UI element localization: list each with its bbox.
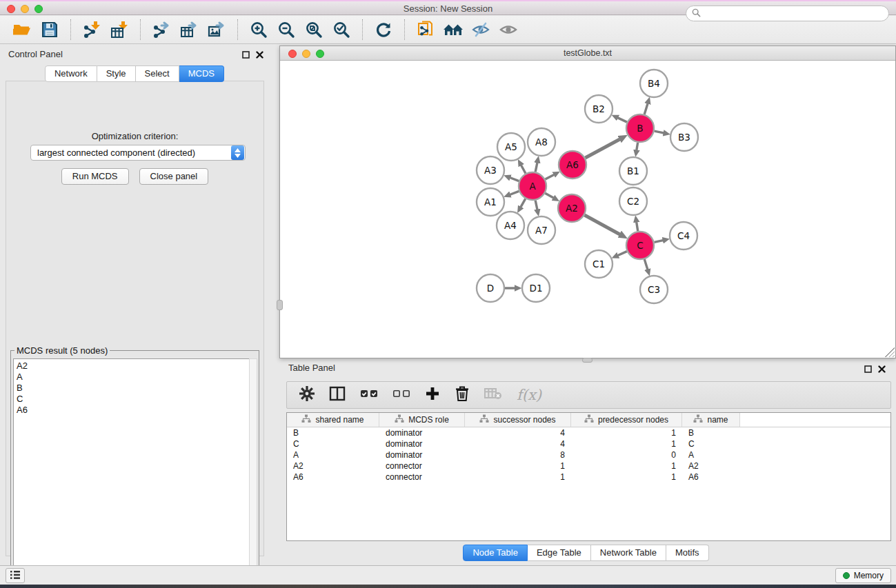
mcds-result-list[interactable]: A2ABCA6 — [13, 358, 253, 586]
node-B3[interactable]: B3 — [670, 123, 698, 151]
edge-B-B1[interactable] — [637, 143, 638, 150]
edge-C-C2[interactable] — [637, 222, 638, 231]
edge-A-A2[interactable] — [545, 193, 553, 198]
result-list-scrollbar[interactable] — [249, 358, 257, 586]
search-input[interactable] — [704, 9, 883, 19]
table-row[interactable]: Cdominator41C — [287, 438, 890, 449]
column-header-MCDS-role[interactable]: MCDS role — [379, 413, 465, 427]
close-panel-icon[interactable] — [256, 49, 263, 61]
node-D[interactable]: D — [477, 274, 504, 302]
edge-C-C4[interactable] — [654, 241, 663, 243]
node-A7[interactable]: A7 — [528, 216, 555, 244]
checked-pair-icon[interactable] — [360, 386, 378, 404]
import-table-button[interactable] — [106, 18, 133, 41]
tab-network-table[interactable]: Network Table — [591, 545, 666, 561]
tab-edge-table[interactable]: Edge Table — [528, 545, 591, 561]
edge-C-C3[interactable] — [644, 259, 648, 270]
zoom-in-button[interactable] — [245, 18, 272, 41]
mcds-result-item[interactable]: A2 — [17, 361, 252, 372]
node-B4[interactable]: B4 — [640, 70, 668, 97]
mcds-result-item[interactable]: A6 — [17, 405, 252, 416]
edge-B-B4[interactable] — [644, 103, 648, 114]
node-A5[interactable]: A5 — [497, 133, 525, 161]
node-B1[interactable]: B1 — [619, 157, 647, 185]
node-table[interactable]: shared nameMCDS rolesuccessor nodesprede… — [286, 412, 891, 541]
network-vertical-scrollbar[interactable] — [277, 300, 283, 310]
export-table-button[interactable] — [175, 18, 203, 41]
node-C3[interactable]: C3 — [640, 276, 668, 303]
node-A2[interactable]: A2 — [558, 194, 586, 222]
node-C4[interactable]: C4 — [670, 222, 697, 250]
new-network-file-button[interactable] — [412, 18, 439, 41]
node-C[interactable]: C — [626, 232, 654, 259]
refresh-button[interactable] — [370, 18, 397, 41]
column-header-shared-name[interactable]: shared name — [287, 413, 379, 427]
edge-A-A7[interactable] — [535, 201, 537, 210]
edge-A2-C[interactable] — [584, 215, 619, 234]
mcds-result-item[interactable]: A — [17, 372, 252, 383]
edge-A-A8[interactable] — [535, 163, 537, 172]
node-A3[interactable]: A3 — [477, 156, 504, 184]
edge-B-B2[interactable] — [618, 118, 627, 122]
edge-C-C1[interactable] — [618, 252, 627, 256]
float-panel-icon[interactable] — [242, 49, 250, 61]
node-C1[interactable]: C1 — [585, 250, 613, 278]
trash-icon[interactable] — [455, 385, 470, 405]
node-A[interactable]: A — [519, 172, 546, 200]
edge-A-A5[interactable] — [521, 165, 526, 174]
node-A6[interactable]: A6 — [559, 151, 586, 179]
edge-A-A4[interactable] — [521, 199, 526, 207]
network-window-titlebar[interactable]: testGlobe.txt — [280, 46, 895, 61]
column-header-name[interactable]: name — [682, 413, 740, 427]
task-history-button[interactable] — [6, 568, 25, 583]
tab-style[interactable]: Style — [97, 65, 136, 82]
column-header-predecessor-nodes[interactable]: predecessor nodes — [571, 413, 682, 427]
tab-network[interactable]: Network — [45, 65, 97, 82]
close-panel-button[interactable]: Close panel — [139, 168, 209, 185]
edge-A6-B[interactable] — [585, 139, 619, 158]
zoom-fit-button[interactable] — [300, 18, 328, 41]
export-network-button[interactable] — [148, 18, 175, 41]
tab-mcds[interactable]: MCDS — [179, 65, 224, 82]
edge-B-B3[interactable] — [655, 131, 664, 133]
window-resize-grip[interactable] — [885, 347, 895, 357]
node-B[interactable]: B — [626, 114, 654, 142]
run-mcds-button[interactable]: Run MCDS — [61, 168, 129, 185]
edge-A-A1[interactable] — [510, 191, 519, 194]
tab-select[interactable]: Select — [136, 65, 179, 82]
table-row[interactable]: A6connector11A6 — [287, 472, 890, 483]
save-button[interactable] — [36, 18, 63, 41]
table-row[interactable]: Adominator80A — [287, 449, 890, 460]
criterion-dropdown[interactable]: largest connected component (directed) — [30, 145, 246, 161]
float-table-panel-icon[interactable] — [864, 363, 872, 376]
zoom-out-button[interactable] — [272, 18, 300, 41]
zoom-selected-button[interactable] — [328, 18, 355, 41]
network-canvas[interactable]: B4B2BB3A5A8A6A3B1AA1C2A2A4A7C4CC1DD1C3 — [280, 61, 895, 358]
node-B2[interactable]: B2 — [585, 95, 613, 123]
node-D1[interactable]: D1 — [522, 274, 550, 302]
edge-A-A6[interactable] — [546, 174, 555, 179]
table-row[interactable]: Bdominator41B — [287, 427, 890, 438]
node-A4[interactable]: A4 — [497, 212, 524, 239]
split-panel-icon[interactable] — [329, 386, 346, 404]
node-C2[interactable]: C2 — [619, 187, 647, 215]
open-folder-button[interactable] — [8, 18, 36, 41]
import-network-button[interactable] — [78, 18, 106, 41]
mcds-result-item[interactable]: B — [17, 383, 252, 394]
node-A1[interactable]: A1 — [477, 188, 504, 216]
hide-eye-button[interactable] — [467, 18, 495, 41]
gear-icon[interactable] — [299, 386, 315, 404]
memory-button[interactable]: Memory — [835, 568, 891, 583]
unchecked-pair-icon[interactable] — [392, 386, 410, 404]
table-row[interactable]: A2connector11A2 — [287, 460, 890, 472]
column-header-successor-nodes[interactable]: successor nodes — [465, 413, 571, 427]
plus-icon[interactable] — [425, 386, 440, 404]
tab-motifs[interactable]: Motifs — [666, 545, 709, 561]
close-table-panel-icon[interactable] — [878, 363, 886, 376]
mcds-result-item[interactable]: C — [17, 394, 252, 405]
search-box[interactable] — [686, 6, 889, 21]
edge-A-A3[interactable] — [510, 178, 519, 181]
export-image-button[interactable] — [203, 18, 230, 41]
home-button[interactable] — [439, 18, 467, 41]
node-A8[interactable]: A8 — [528, 128, 555, 156]
